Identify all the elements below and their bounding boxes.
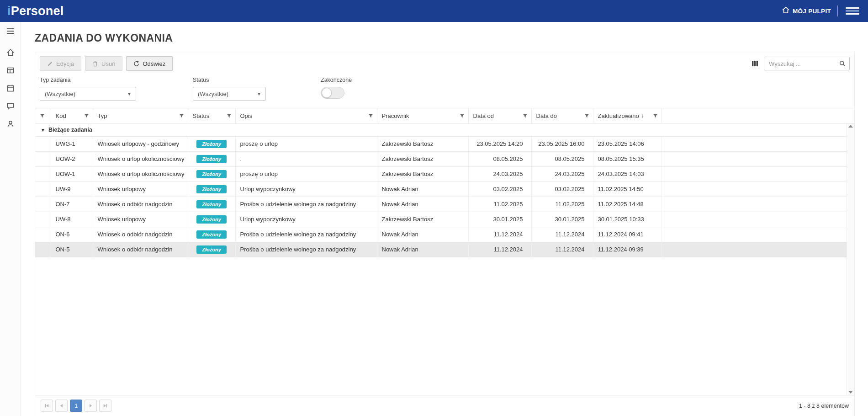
hamburger-menu-icon[interactable] [844,5,861,17]
topbar-divider [837,5,838,16]
task-type-dropdown[interactable]: (Wszystkie) ▼ [40,87,136,101]
header-opis[interactable]: Opis [235,108,377,123]
cell-zaktualizowano: 11.02.2025 14:48 [593,197,662,212]
cell-data-od: 11.12.2024 [468,227,531,242]
cell-kod: ON-5 [51,242,93,257]
cell-pracownik: Zakrzewski Bartosz [377,136,468,151]
cell-typ: Wniosek urlopowy [93,181,188,197]
cell-zaktualizowano: 11.12.2024 09:41 [593,227,662,242]
cell-opis: . [235,151,377,166]
cell-opis: Prośba o udzielenie wolnego za nadgodzin… [235,197,377,212]
pager-page-1[interactable]: 1 [70,400,82,412]
cell-kod: UW-8 [51,212,93,227]
cell-zaktualizowano: 11.12.2024 09:39 [593,242,662,257]
cell-data-do: 11.02.2025 [531,197,593,212]
filter-icon[interactable] [653,113,658,118]
chevron-down-icon: ▼ [257,91,261,96]
filter-icon[interactable] [179,113,184,118]
header-status[interactable]: Status [188,108,235,123]
pager-info: 1 - 8 z 8 elementów [799,403,849,409]
tasks-grid: Edycja Usuń Odśwież [35,52,855,416]
cell-data-do: 24.03.2025 [531,166,593,181]
sidebar-user-icon[interactable] [4,118,17,129]
cell-opis: Prośba o udzielenie wolnego za nadgodzin… [235,227,377,242]
group-row[interactable]: ▼Bieżące zadania [35,123,847,136]
table-row-selected[interactable]: ON-5 Wniosek o odbiór nadgodzin Złożony … [35,242,847,257]
my-dashboard-link[interactable]: MÓJ PULPIT [782,7,831,15]
filter-icon[interactable] [368,113,373,118]
completed-label: Zakończone [321,77,352,83]
home-icon [782,7,789,15]
filter-icon[interactable] [460,113,465,118]
status-badge: Złożony [196,140,227,148]
sidebar-messages-icon[interactable] [4,101,17,112]
cell-data-od: 11.12.2024 [468,242,531,257]
cell-typ: Wniosek o odbiór nadgodzin [93,242,188,257]
header-data-do[interactable]: Data do [531,108,593,123]
filter-icon[interactable] [84,113,89,118]
header-filler [662,108,854,123]
logo-text: Personel [11,4,64,18]
sidebar [0,22,21,416]
header-kod[interactable]: Kod [51,108,93,123]
status-badge: Złożony [196,155,227,163]
status-badge: Złożony [196,215,227,224]
completed-toggle[interactable] [321,87,344,99]
filter-icon[interactable] [523,113,528,118]
cell-zaktualizowano: 30.01.2025 10:33 [593,212,662,227]
my-dashboard-label: MÓJ PULPIT [793,8,831,15]
table-row[interactable]: UW-8 Wniosek urlopowy Złożony Urlop wypo… [35,212,847,227]
cell-typ: Wniosek urlopowy - godzinowy [93,136,188,151]
pager-prev-button[interactable] [55,400,68,412]
toggle-knob [322,88,332,98]
header-typ[interactable]: Typ [93,108,188,123]
edit-button[interactable]: Edycja [40,56,81,71]
column-chooser-icon[interactable] [752,60,758,67]
header-data-od[interactable]: Data od [468,108,531,123]
filter-icon[interactable] [584,113,589,118]
delete-button[interactable]: Usuń [85,56,122,71]
cell-pracownik: Zakrzewski Bartosz [377,166,468,181]
header-zaktualizowano[interactable]: Zaktualizowano↓ [593,108,662,123]
header-pracownik[interactable]: Pracownik [377,108,468,123]
cell-data-od: 08.05.2025 [468,151,531,166]
search-input[interactable] [764,60,836,67]
scroll-down-icon[interactable] [848,391,853,394]
status-dropdown[interactable]: (Wszystkie) ▼ [193,87,266,101]
logo-i: i [7,4,11,18]
search-icon[interactable] [836,57,849,70]
cell-opis: proszę o urlop [235,166,377,181]
cell-opis: proszę o urlop [235,136,377,151]
cell-pracownik: Nowak Adrian [377,181,468,197]
table-row[interactable]: UOW-2 Wniosek o urlop okolicznościowy Zł… [35,151,847,166]
refresh-button[interactable]: Odśwież [126,56,173,71]
cell-zaktualizowano: 24.03.2025 14:03 [593,166,662,181]
sidebar-home-icon[interactable] [4,47,17,58]
group-label: Bieżące zadania [48,127,92,133]
status-badge: Złożony [196,170,227,178]
pager-next-button[interactable] [85,400,97,412]
cell-data-do: 23.05.2025 16:00 [531,136,593,151]
table-row[interactable]: ON-7 Wniosek o odbiór nadgodzin Złożony … [35,197,847,212]
table-row[interactable]: UWG-1 Wniosek urlopowy - godzinowy Złożo… [35,136,847,151]
table-row[interactable]: ON-6 Wniosek o odbiór nadgodzin Złożony … [35,227,847,242]
sidebar-menu-icon[interactable] [4,26,17,37]
task-type-label: Typ zadania [40,77,136,83]
cell-zaktualizowano: 23.05.2025 14:06 [593,136,662,151]
status-label: Status [193,77,266,83]
vertical-scrollbar[interactable] [847,123,854,395]
table-row[interactable]: UW-9 Wniosek urlopowy Złożony Urlop wypo… [35,181,847,197]
group-collapse-icon[interactable]: ▼ [41,128,45,133]
app-logo[interactable]: iPersonel [7,4,64,18]
table-row[interactable]: UOW-1 Wniosek o urlop okolicznościowy Zł… [35,166,847,181]
status-badge: Złożony [196,200,227,208]
pager-last-button[interactable] [99,400,111,412]
sidebar-grid-icon[interactable] [4,65,17,76]
pager-first-button[interactable] [41,400,53,412]
status-badge: Złożony [196,245,227,254]
filter-icon[interactable] [227,113,232,118]
sidebar-calendar-icon[interactable] [4,83,17,94]
scroll-up-icon[interactable] [848,125,853,128]
filter-icon[interactable] [40,113,47,118]
grid-toolbar: Edycja Usuń Odśwież [35,52,854,75]
